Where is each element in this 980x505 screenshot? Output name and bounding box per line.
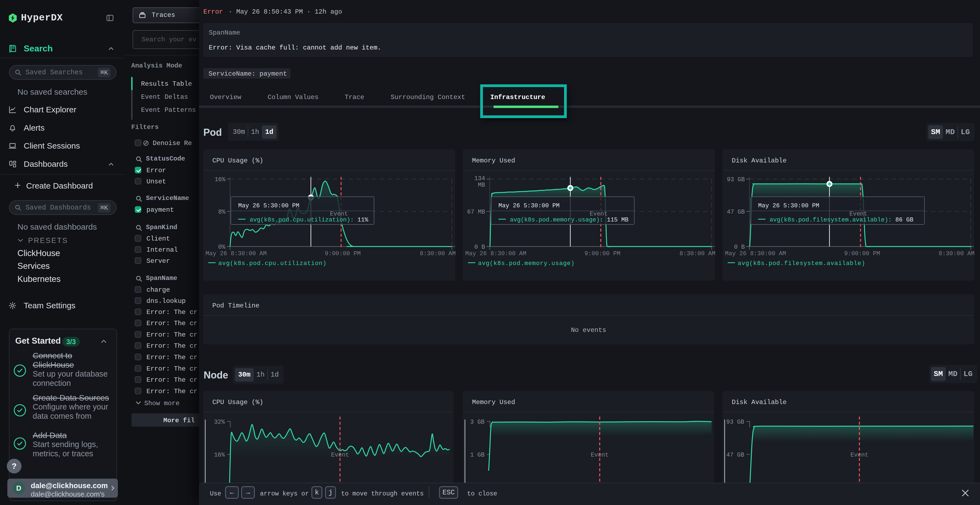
svg-text:8:30:00 AM: 8:30:00 AM: [679, 250, 715, 257]
svg-text:16%: 16%: [215, 176, 225, 183]
svg-text:May 26 8:30:00 AM: May 26 8:30:00 AM: [205, 250, 267, 257]
svg-text:47 GB: 47 GB: [726, 452, 744, 459]
svg-text:MB: MB: [478, 182, 485, 189]
svg-text:93 GB: 93 GB: [726, 419, 744, 426]
svg-text:16%: 16%: [214, 452, 225, 459]
svg-text:134: 134: [474, 175, 485, 182]
svg-text:0%: 0%: [218, 244, 226, 251]
svg-text:8:30:00 AM: 8:30:00 AM: [939, 250, 975, 257]
svg-text:47 GB: 47 GB: [727, 209, 745, 216]
svg-text:May 26 8:30:00 AM: May 26 8:30:00 AM: [465, 250, 526, 257]
svg-text:8:30:00 AM: 8:30:00 AM: [420, 250, 456, 257]
svg-text:9:00:00 PM: 9:00:00 PM: [584, 250, 620, 257]
svg-text:9:00:00 PM: 9:00:00 PM: [325, 250, 361, 257]
svg-text:1 GB: 1 GB: [470, 452, 485, 459]
svg-text:0 B: 0 B: [734, 244, 745, 251]
svg-text:Event: Event: [331, 452, 349, 459]
svg-text:May 26 8:30:00 AM: May 26 8:30:00 AM: [725, 250, 786, 257]
svg-text:3 GB: 3 GB: [470, 419, 485, 426]
svg-text:8%: 8%: [218, 209, 226, 216]
svg-text:67 MB: 67 MB: [467, 209, 485, 216]
svg-text:32%: 32%: [214, 419, 225, 426]
svg-text:Event: Event: [591, 452, 609, 459]
svg-text:Event: Event: [850, 452, 869, 459]
svg-text:93 GB: 93 GB: [727, 176, 745, 183]
svg-text:9:00:00 PM: 9:00:00 PM: [844, 250, 880, 257]
svg-text:0 B: 0 B: [474, 244, 485, 251]
